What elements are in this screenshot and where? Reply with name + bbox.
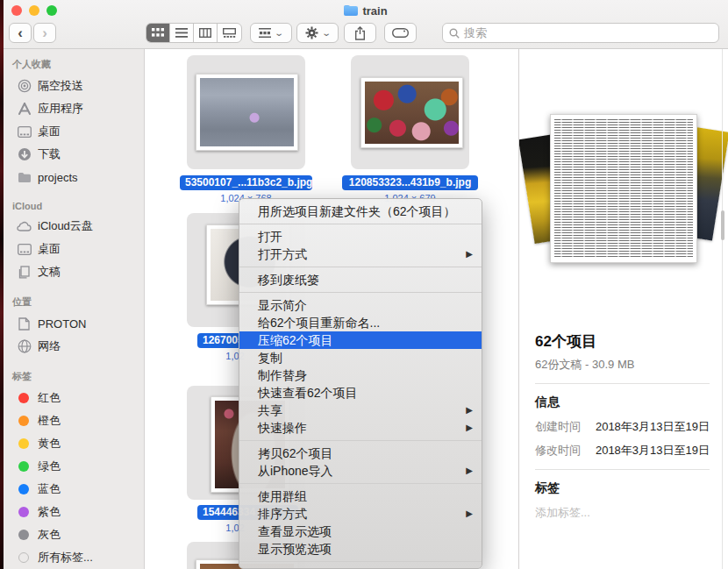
group-by-button[interactable]: ⌄ [250,23,292,43]
sidebar-item-tag-purple[interactable]: 紫色 [4,501,144,523]
menu-item-share[interactable]: 共享▶ [239,402,482,419]
menu-item-sort-by[interactable]: 排序方式▶ [239,505,482,523]
search-field[interactable]: 搜索 [442,23,719,43]
file-thumbnail-2[interactable] [360,77,463,148]
chevron-down-icon: ⌄ [275,28,285,38]
preview-thumbnail-stack [519,49,728,321]
group-by-icon [259,28,271,38]
sidebar-item-icloud-desktop[interactable]: 桌面 [4,238,144,260]
sidebar-item-label: iCloud云盘 [38,218,93,234]
window-title-text: train [362,4,387,18]
submenu-arrow-icon: ▶ [466,419,473,437]
view-switcher [146,23,242,43]
tag-button[interactable] [384,23,417,43]
sidebar-item-label: 隔空投送 [38,78,83,94]
menu-item-quick-look[interactable]: 快速查看62个项目 [239,384,482,402]
menu-item-open[interactable]: 打开 [239,228,482,245]
sidebar-item-icloud-drive[interactable]: iCloud云盘 [4,215,144,238]
purple-tag-icon [18,507,29,517]
menu-item-import-from-iphone[interactable]: 从iPhone导入▶ [239,462,482,480]
menu-item-compress-items[interactable]: 压缩62个项目 [239,331,482,349]
red-tag-icon [18,393,29,403]
sidebar-item-network[interactable]: 网络 [4,335,144,358]
gallery-view-button[interactable] [218,24,241,42]
menu-item-new-folder-with-selection[interactable]: 用所选项目新建文件夹（62个项目） [239,203,482,220]
sidebar-item-tag-green[interactable]: 绿色 [4,455,144,478]
disk-icon [17,317,32,331]
menu-separator [239,292,482,293]
sidebar-item-tag-yellow[interactable]: 黄色 [4,432,144,455]
sidebar-item-tag-orange[interactable]: 橙色 [4,409,144,432]
globe-icon [17,339,32,354]
menu-item-make-alias[interactable]: 制作替身 [239,366,482,384]
divider [535,469,710,470]
info-row-created: 创建时间 2018年3月13日至19日 [535,419,710,435]
sidebar-item-label: 网络 [38,338,61,354]
menu-item-use-groups[interactable]: 使用群组 [239,487,482,505]
back-icon: ‹ [18,25,23,42]
submenu-arrow-icon: ▶ [466,402,473,419]
sidebar-item-all-tags[interactable]: 所有标签... [4,546,144,569]
sidebar-item-projects[interactable]: projects [4,166,144,188]
menu-separator [239,483,482,484]
preview-info: 62个项目 62份文稿 - 30.9 MB 信息 创建时间 2018年3月13日… [535,331,710,521]
menu-item-quick-actions[interactable]: 快速操作▶ [239,419,482,437]
sidebar-item-tag-gray[interactable]: 灰色 [4,523,144,546]
file-name-1[interactable]: 53500107_...11b3c2_b.jpg [180,175,312,190]
menu-item-duplicate[interactable]: 复制 [239,349,482,366]
thumbnail-image [200,78,294,146]
menu-separator [239,561,482,562]
share-button[interactable] [344,23,376,43]
forward-button[interactable]: › [33,23,56,43]
downloads-icon [17,147,32,162]
sidebar-item-documents[interactable]: 文稿 [4,260,144,283]
add-tags-field[interactable]: 添加标签... [535,505,710,521]
menu-item-rename-items[interactable]: 给62个项目重新命名... [239,314,482,331]
menu-item-move-to-trash[interactable]: 移到废纸篓 [239,271,482,288]
sidebar-section-icloud: iCloud [4,201,144,215]
window-title: train [4,4,728,18]
column-view-button[interactable] [194,24,218,42]
info-section-header: 信息 [535,395,710,410]
file-name-2[interactable]: 120853323...431b9_b.jpg [342,175,478,190]
file-thumbnail-1[interactable] [196,74,298,151]
menu-item-open-with[interactable]: 打开方式▶ [239,245,482,263]
column-view-icon [199,28,211,38]
sidebar-item-label: 紫色 [38,504,61,520]
yellow-tag-icon [18,438,29,449]
sidebar-item-tag-red[interactable]: 红色 [4,387,144,409]
menu-item-copy-items[interactable]: 拷贝62个项目 [239,445,482,462]
sidebar-item-tag-blue[interactable]: 蓝色 [4,478,144,501]
sidebar-item-label: 蓝色 [38,481,61,497]
context-menu: 用所选项目新建文件夹（62个项目） 打开 打开方式▶ 移到废纸篓 显示简介 给6… [239,198,482,569]
gear-icon [305,26,318,39]
menu-item-get-info[interactable]: 显示简介 [239,296,482,314]
finder-window: train ‹ › [4,0,728,569]
menu-item-show-view-options[interactable]: 查看显示选项 [239,523,482,540]
toolbar: ‹ › [4,21,728,47]
list-view-icon [175,28,188,38]
submenu-arrow-icon: ▶ [466,245,473,263]
desktop-icon [17,124,32,139]
action-button[interactable]: ⌄ [296,23,339,43]
sidebar-item-label: 橙色 [38,413,61,429]
menu-separator [239,224,482,224]
sidebar-item-airdrop[interactable]: 隔空投送 [4,75,144,97]
sidebar-item-applications[interactable]: 应用程序 [4,97,144,120]
back-button[interactable]: ‹ [9,23,32,43]
share-icon [354,26,366,40]
icon-view-button[interactable] [146,24,170,42]
search-icon [449,28,460,39]
menu-item-show-preview-options[interactable]: 显示预览选项 [239,540,482,558]
menu-separator [239,440,482,441]
sidebar-item-desktop[interactable]: 桌面 [4,120,144,143]
sidebar-item-downloads[interactable]: 下载 [4,143,144,166]
sidebar-item-proton[interactable]: PROTON [4,312,144,335]
info-row-modified: 修改时间 2018年3月13日至19日 [535,443,710,459]
sidebar-item-label: projects [38,171,78,184]
list-view-button[interactable] [170,24,194,42]
sidebar-item-label: 桌面 [38,241,61,257]
cloud-icon [17,219,32,234]
scrollbar-thumb[interactable] [721,210,724,240]
menu-separator [239,267,482,267]
